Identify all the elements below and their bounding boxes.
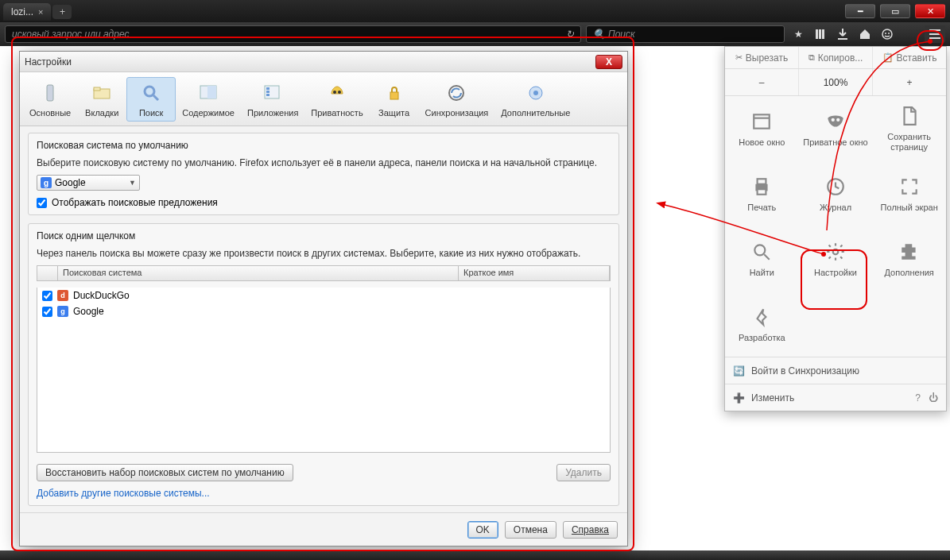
settings-dialog: Настройки X ОсновныеВкладкиПоискСодержим… (19, 51, 628, 546)
menu-cut[interactable]: ✂ Вырезать (725, 47, 799, 68)
addons-icon (898, 241, 921, 263)
menu-item-page[interactable]: Сохранить страницу (872, 96, 946, 161)
new-tab-button[interactable]: + (52, 5, 72, 19)
restore-defaults-button[interactable]: Восстановить набор поисковых систем по у… (37, 464, 293, 481)
settings-tab-content[interactable]: Содержимое (176, 78, 241, 121)
window-minimize-button[interactable]: ━ (845, 4, 875, 18)
engine-row[interactable]: gGoogle (37, 303, 610, 319)
sync-icon (444, 81, 468, 105)
settings-tab-search[interactable]: Поиск (126, 77, 176, 122)
svg-rect-30 (390, 92, 398, 99)
tabs-icon (90, 81, 114, 105)
engine-name: DuckDuckGo (73, 290, 130, 301)
svg-rect-26 (266, 91, 269, 93)
cancel-button[interactable]: Отмена (505, 521, 556, 539)
tab-close-icon[interactable]: × (38, 7, 43, 17)
dialog-close-button[interactable]: X (595, 55, 622, 69)
history-icon (824, 176, 847, 198)
oneclick-search-group: Поиск одним щелчком Через панель поиска … (28, 223, 619, 506)
mask-icon (824, 110, 847, 133)
menu-item-dev[interactable]: Разработка (725, 292, 799, 357)
help-button[interactable]: Справка (563, 521, 618, 539)
ok-button[interactable]: OK (467, 521, 498, 539)
help-icon[interactable]: ? (915, 392, 921, 404)
menu-customize[interactable]: ➕ Изменить (733, 392, 794, 404)
menu-item-window[interactable]: Новое окно (725, 96, 799, 161)
engine-name: Google (73, 306, 104, 317)
settings-tab-tabs[interactable]: Вкладки (77, 78, 126, 121)
page-icon (898, 105, 921, 127)
power-icon[interactable]: ⏻ (929, 392, 938, 404)
settings-tab-privacy[interactable]: Приватность (304, 78, 369, 121)
home-icon[interactable] (856, 25, 874, 43)
svg-rect-23 (207, 86, 216, 98)
menu-button[interactable] (925, 25, 945, 43)
bookmark-star-icon[interactable]: ★ (789, 25, 807, 43)
svg-point-5 (888, 33, 890, 34)
menu-item-history[interactable]: Журнал (799, 161, 873, 226)
window-icon (750, 110, 773, 133)
library-icon[interactable] (812, 25, 829, 43)
window-maximize-button[interactable]: ▭ (880, 4, 910, 18)
apps-icon (261, 81, 285, 105)
zoom-level[interactable]: 100% (799, 69, 873, 95)
zoom-in-button[interactable]: + (873, 69, 946, 95)
add-engines-link[interactable]: Добавить другие поисковые системы... (37, 488, 611, 499)
settings-tab-advanced[interactable]: Дополнительные (494, 78, 576, 121)
group-heading: Поиск одним щелчком (37, 230, 611, 241)
svg-point-28 (333, 91, 336, 94)
general-icon (38, 81, 62, 105)
engine-checkbox[interactable] (42, 307, 52, 317)
svg-point-8 (832, 118, 835, 121)
window-titlebar: ━ ▭ ✕ (0, 0, 950, 22)
svg-point-14 (755, 245, 766, 255)
tab-title: lozi... (11, 6, 33, 17)
sync-icon: 🔄 (733, 365, 745, 377)
menu-item-fullscreen[interactable]: Полный экран (872, 161, 946, 226)
engine-list[interactable]: dDuckDuckGogGoogle (37, 288, 611, 453)
svg-rect-2 (822, 29, 824, 39)
menu-paste[interactable]: 📋 Вставить (873, 47, 946, 68)
default-engine-select[interactable]: g Google ▼ (37, 175, 140, 191)
menu-sync[interactable]: 🔄 Войти в Синхронизацию (725, 357, 946, 384)
dialog-footer: OK Отмена Справка (20, 512, 627, 546)
svg-point-4 (885, 33, 886, 34)
zoom-out-button[interactable]: – (725, 69, 799, 95)
settings-tab-apps[interactable]: Приложения (241, 78, 304, 121)
print-icon (750, 176, 773, 198)
status-bar (0, 550, 950, 560)
svg-point-29 (338, 91, 341, 94)
search-bar[interactable]: 🔍Поиск (586, 25, 785, 43)
menu-item-settings[interactable]: Настройки (799, 226, 873, 292)
show-suggestions-checkbox[interactable]: Отображать поисковые предложения (37, 197, 611, 208)
search-icon (139, 81, 163, 105)
settings-category-tabs: ОсновныеВкладкиПоискСодержимоеПриложения… (20, 72, 627, 126)
menu-item-find[interactable]: Найти (725, 226, 799, 292)
group-description: Через панель поиска вы можете сразу же п… (37, 248, 611, 259)
svg-point-20 (145, 87, 154, 96)
google-favicon-icon: g (41, 177, 52, 188)
app-menu-panel: ✂ Вырезать ⧉ Копиров... 📋 Вставить – 100… (724, 46, 947, 411)
group-description: Выберите поисковую систему по умолчанию.… (37, 157, 611, 168)
svg-rect-11 (758, 179, 766, 184)
menu-item-print[interactable]: Печать (725, 161, 799, 226)
menu-copy[interactable]: ⧉ Копиров... (799, 47, 873, 68)
remove-engine-button[interactable]: Удалить (556, 464, 611, 481)
menu-item-mask[interactable]: Приватное окно (799, 96, 873, 161)
window-close-button[interactable]: ✕ (915, 4, 945, 18)
settings-tab-security[interactable]: Защита (370, 78, 419, 121)
group-heading: Поисковая система по умолчанию (37, 140, 611, 151)
settings-tab-sync[interactable]: Синхронизация (419, 78, 495, 121)
downloads-icon[interactable] (834, 25, 851, 43)
engine-checkbox[interactable] (42, 291, 52, 301)
engine-list-header: Поисковая система Краткое имя (37, 265, 611, 281)
svg-point-33 (533, 91, 538, 95)
settings-tab-general[interactable]: Основные (23, 78, 77, 121)
engine-row[interactable]: dDuckDuckGo (37, 288, 610, 303)
address-bar[interactable]: исковый запрос или адрес↻ (5, 25, 581, 43)
svg-point-3 (882, 29, 892, 39)
browser-tab[interactable]: lozi... × (3, 3, 51, 21)
svg-rect-17 (47, 85, 53, 101)
menu-item-addons[interactable]: Дополнения (872, 226, 946, 292)
face-icon[interactable] (878, 25, 896, 43)
